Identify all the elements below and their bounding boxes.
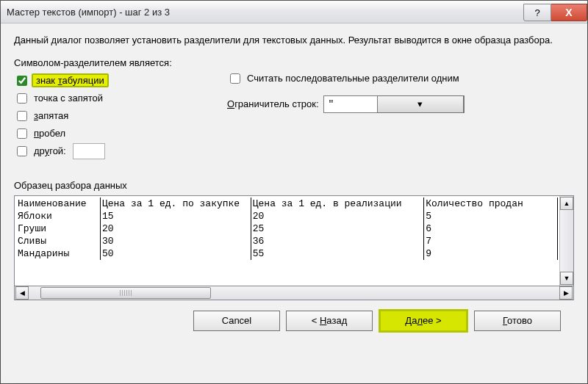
dialog-footer: Cancel < Назад Далее > Готово [14, 300, 574, 341]
scroll-left-button[interactable]: ◀ [15, 286, 29, 300]
table-cell: 20 [101, 222, 251, 235]
delimiter-group-label: Символом-разделителем является: [14, 57, 198, 68]
scroll-thumb[interactable] [40, 287, 211, 299]
help-button[interactable]: ? [523, 4, 551, 21]
table-header-cell: Количество продан [424, 198, 558, 210]
back-button-label: < Назад [312, 315, 347, 326]
treat-consecutive-label: Считать последовательные разделители одн… [245, 72, 462, 84]
preview-pane: НаименованиеЦена за 1 ед. по закупкеЦена… [14, 195, 574, 286]
table-cell: 9 [424, 247, 558, 260]
help-icon: ? [534, 7, 539, 18]
cancel-button[interactable]: Cancel [193, 311, 280, 331]
table-cell: 20 [251, 210, 424, 222]
delimiter-semicolon-label: точка с запятой [32, 92, 105, 104]
treat-consecutive[interactable]: Считать последовательные разделители одн… [227, 70, 574, 87]
delimiter-comma-label: запятая [32, 109, 71, 122]
table-header-cell: Цена за 1 ед. по закупке [101, 198, 251, 210]
next-button[interactable]: Далее > [379, 309, 468, 333]
table-header-cell: Наименование [16, 198, 101, 210]
delimiter-space-checkbox[interactable] [17, 128, 27, 139]
delimiter-semicolon-checkbox[interactable] [17, 93, 27, 104]
scroll-right-button[interactable]: ▶ [559, 286, 573, 300]
close-button[interactable]: X [551, 4, 587, 21]
text-qualifier-select[interactable]: " ▾ [323, 95, 465, 113]
chevron-down-icon[interactable]: ▾ [377, 95, 464, 113]
table-cell: 36 [251, 235, 424, 247]
table-cell: Яблоки [16, 210, 101, 222]
dialog-window: Мастер текстов (импорт) - шаг 2 из 3 ? X… [0, 0, 588, 384]
delimiter-other[interactable]: другой: [14, 143, 198, 159]
table-cell: 6 [424, 222, 558, 235]
scroll-down-button[interactable]: ▼ [560, 272, 573, 285]
intro-text: Данный диалог позволяет установить разде… [14, 34, 574, 47]
text-qualifier-value: " [324, 98, 377, 109]
delimiter-other-checkbox[interactable] [17, 146, 27, 156]
delimiter-other-label: другой: [32, 145, 68, 157]
treat-consecutive-checkbox[interactable] [230, 73, 240, 84]
table-cell: Сливы [16, 235, 101, 247]
vertical-scrollbar[interactable]: ▲ ▼ [559, 196, 573, 286]
table-row: Мандарины50559 [16, 247, 558, 260]
text-qualifier-label: Ограничитель строк: [227, 98, 319, 109]
horizontal-scrollbar[interactable]: ◀ ▶ [14, 286, 574, 300]
delimiter-space[interactable]: пробел [14, 126, 198, 142]
table-cell: 5 [424, 210, 558, 222]
window-title: Мастер текстов (импорт) - шаг 2 из 3 [7, 7, 523, 18]
table-cell: 7 [424, 235, 558, 247]
table-cell: 50 [101, 247, 251, 260]
table-cell: Груши [16, 222, 101, 235]
next-button-label: Далее > [405, 315, 441, 326]
back-button[interactable]: < Назад [286, 311, 373, 331]
delimiter-group: Символом-разделителем является: знак таб… [14, 57, 198, 161]
table-row: Груши20256 [16, 222, 558, 235]
table-header-cell: Цена за 1 ед. в реализации [251, 198, 424, 210]
text-qualifier-row: Ограничитель строк: " ▾ [227, 95, 574, 113]
delimiter-tab-label: знак табуляции [32, 73, 109, 87]
cancel-button-label: Cancel [222, 315, 251, 326]
table-row: Яблоки15205 [16, 210, 558, 222]
finish-button-label: Готово [503, 315, 532, 326]
delimiter-tab[interactable]: знак табуляции [14, 73, 198, 89]
delimiter-tab-checkbox[interactable] [17, 76, 27, 86]
delimiter-comma[interactable]: запятая [14, 108, 198, 124]
table-row: Сливы30367 [16, 235, 558, 247]
table-cell: 55 [251, 247, 424, 260]
table-header-row: НаименованиеЦена за 1 ед. по закупкеЦена… [16, 198, 558, 210]
delimiter-other-input[interactable] [73, 143, 105, 159]
delimiter-space-label: пробел [32, 127, 68, 140]
preview-label: Образец разбора данных [14, 180, 574, 191]
scroll-up-button[interactable]: ▲ [560, 197, 573, 210]
finish-button[interactable]: Готово [474, 311, 561, 331]
preview-grid: НаименованиеЦена за 1 ед. по закупкеЦена… [15, 196, 559, 286]
table-cell: Мандарины [16, 247, 101, 260]
titlebar: Мастер текстов (импорт) - шаг 2 из 3 ? X [1, 1, 587, 23]
table-cell: 25 [251, 222, 424, 235]
table-cell: 15 [101, 210, 251, 222]
table-cell: 30 [101, 235, 251, 247]
close-icon: X [565, 7, 572, 18]
delimiter-comma-checkbox[interactable] [17, 111, 27, 121]
delimiter-semicolon[interactable]: точка с запятой [14, 90, 198, 106]
